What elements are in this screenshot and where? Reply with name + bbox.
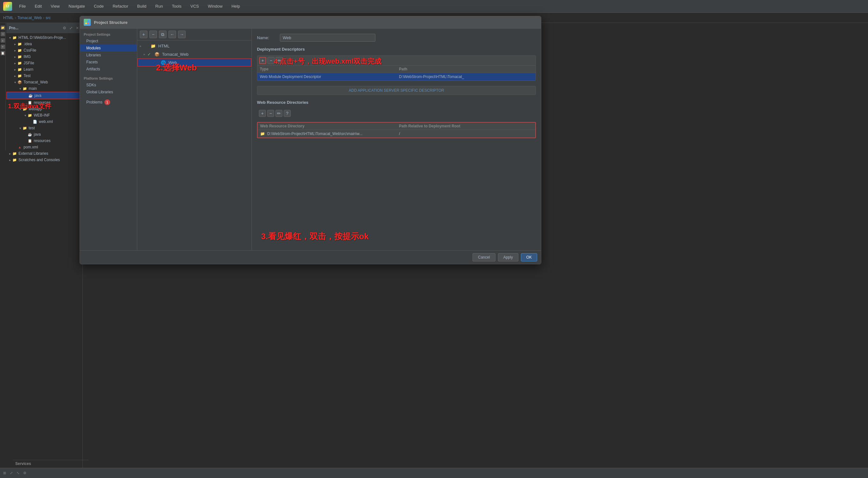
dialog-add-btn[interactable]: + bbox=[140, 31, 148, 38]
menu-edit[interactable]: Edit bbox=[33, 3, 43, 9]
java-folder-icon: ☕ bbox=[28, 93, 33, 98]
bottom-expand-btn[interactable]: ⤢ bbox=[10, 471, 13, 475]
wrd-table-row-0[interactable]: 📁 D:\WebStrom-Project\HTML\Tomacat_Web\s… bbox=[257, 130, 535, 138]
dialog-nav-modules[interactable]: Modules bbox=[80, 44, 137, 52]
tree-arrow-js: ▸ bbox=[13, 61, 17, 65]
edge-icon-1[interactable]: 📁 bbox=[1, 26, 5, 30]
wrd-help-btn[interactable]: ? bbox=[284, 110, 291, 117]
dialog-nav-libraries[interactable]: Libraries bbox=[80, 52, 137, 59]
tree-item-scratches[interactable]: ▸ 📁 Scratches and Consoles bbox=[6, 157, 83, 163]
menu-run[interactable]: Run bbox=[153, 3, 165, 9]
dialog-nav-facets[interactable]: Facets bbox=[80, 59, 137, 66]
bottom-settings-btn[interactable]: ⚙ bbox=[23, 471, 26, 475]
dialog-nav-sdks[interactable]: SDKs bbox=[80, 82, 137, 89]
menu-refactor[interactable]: Refactor bbox=[111, 3, 130, 9]
menu-help[interactable]: Help bbox=[229, 3, 242, 9]
dd-col-path: Path bbox=[396, 66, 535, 72]
tree-item-idea[interactable]: ▸ 📁 .idea bbox=[6, 41, 83, 47]
dtree-item-tomacat[interactable]: ▸ ✓ 📦 Tomacat_Web bbox=[137, 50, 252, 58]
tree-item-resources-test[interactable]: 📋 resources bbox=[6, 138, 83, 144]
tree-label-resources-test: resources bbox=[34, 139, 51, 143]
folder-icon-webinf: 📁 bbox=[27, 113, 32, 118]
bottom-collapse-btn[interactable]: ⤡ bbox=[17, 471, 20, 475]
dialog-back-btn[interactable]: ← bbox=[168, 31, 176, 38]
panel-expand-btn[interactable]: ⤢ bbox=[68, 26, 73, 31]
tree-item-main[interactable]: ▾ 📁 main bbox=[6, 85, 83, 92]
menu-file[interactable]: File bbox=[17, 3, 28, 9]
tree-item-resources-main[interactable]: 📋 resources bbox=[6, 99, 83, 106]
breadcrumb-html[interactable]: HTML bbox=[3, 16, 14, 20]
wrd-cell-dir-label: D:\WebStrom-Project\HTML\Tomacat_Web\src… bbox=[267, 131, 362, 136]
tree-item-jsfile[interactable]: ▸ 📁 JSFile bbox=[6, 60, 83, 66]
dialog-forward-btn[interactable]: → bbox=[178, 31, 186, 38]
dtree-item-html[interactable]: ▸ 📁 HTML bbox=[137, 42, 252, 50]
dialog-nav-artifacts[interactable]: Artifacts bbox=[80, 66, 137, 72]
tree-item-tomacat[interactable]: ▾ 📦 Tomacat_Web bbox=[6, 79, 83, 85]
dialog-copy-btn[interactable]: ⧉ bbox=[159, 31, 166, 38]
menu-vcs[interactable]: VCS bbox=[188, 3, 201, 9]
folder-icon-tomacat: 📦 bbox=[17, 80, 22, 85]
wrd-edit-btn[interactable]: ✏ bbox=[275, 110, 282, 117]
tree-item-test-root[interactable]: ▸ 📁 Test bbox=[6, 72, 83, 79]
tree-label-js: JSFile bbox=[24, 61, 34, 65]
content-name-label: Name: bbox=[257, 35, 276, 40]
dd-remove-btn[interactable]: − bbox=[268, 57, 275, 64]
menu-window[interactable]: Window bbox=[206, 3, 224, 9]
tree-item-webapp[interactable]: ▾ 📁 webapp bbox=[6, 106, 83, 112]
panel-collapse-btn[interactable]: ✕ bbox=[75, 26, 80, 31]
dtree-arrow-html: ▸ bbox=[140, 44, 144, 48]
svg-rect-2 bbox=[85, 23, 87, 24]
services-label[interactable]: Services bbox=[13, 460, 89, 467]
folder-icon-webapp: 📁 bbox=[22, 107, 27, 112]
menu-view[interactable]: View bbox=[49, 3, 61, 9]
tree-item-test[interactable]: ▾ 📁 test bbox=[6, 125, 83, 131]
tree-arrow-webinf: ▾ bbox=[23, 114, 27, 117]
dd-add-btn[interactable]: + bbox=[259, 57, 266, 64]
dd-table-toolbar: + − ✏ bbox=[257, 56, 535, 66]
edge-icon-2[interactable]: ⚙ bbox=[1, 32, 5, 36]
tree-item-learn[interactable]: ▸ 📁 Learn bbox=[6, 66, 83, 72]
tree-item-webxml[interactable]: 📄 web.xml bbox=[6, 118, 83, 125]
dialog-ok-btn[interactable]: OK bbox=[521, 253, 537, 262]
dialog-nav-global-libs[interactable]: Global Libraries bbox=[80, 89, 137, 95]
tree-item-java-test[interactable]: ☕ java bbox=[6, 131, 83, 138]
dialog-nav: Project Settings Project Modules Librari… bbox=[80, 29, 137, 250]
tree-item-java-main[interactable]: ☕ java bbox=[6, 92, 83, 99]
wrd-remove-btn[interactable]: − bbox=[267, 110, 274, 117]
tree-item-html[interactable]: ▾ 📁 HTML D:\WebStrom-Proje... bbox=[6, 34, 83, 41]
tree-item-pomxml[interactable]: ▲ pom.xml bbox=[6, 144, 83, 150]
edge-icon-3[interactable]: ▲ bbox=[1, 38, 5, 43]
wrd-col-dir: Web Resource Directory bbox=[257, 123, 396, 129]
panel-settings-btn[interactable]: ⚙ bbox=[62, 26, 67, 31]
edge-icon-4[interactable]: ▼ bbox=[1, 44, 5, 49]
dtree-icon-web: 🌐 bbox=[160, 59, 166, 66]
folder-icon-test: 📁 bbox=[22, 125, 27, 130]
wrd-table-header: Web Resource Directory Path Relative to … bbox=[257, 123, 535, 130]
folder-icon-html: 📁 bbox=[12, 35, 17, 40]
project-panel: Pro... ⚙ ⤢ ✕ ▾ 📁 HTML D:\WebStrom-Proje.… bbox=[6, 23, 83, 478]
dtree-arrow-tomacat: ▸ bbox=[144, 52, 148, 56]
dtree-item-web[interactable]: 🌐 Web bbox=[137, 58, 252, 66]
dialog-cancel-btn[interactable]: Cancel bbox=[472, 253, 495, 262]
breadcrumb-tomacat[interactable]: Tomacat_Web bbox=[18, 16, 42, 20]
menu-code[interactable]: Code bbox=[92, 3, 106, 9]
dialog-nav-problems[interactable]: Problems 1 bbox=[80, 98, 137, 107]
content-name-input[interactable] bbox=[280, 34, 375, 42]
dialog-nav-project[interactable]: Project bbox=[80, 37, 137, 44]
tree-item-ext-libs[interactable]: ▸ 📁 External Libraries bbox=[6, 150, 83, 157]
tree-item-img[interactable]: ▸ 📁 IMG bbox=[6, 54, 83, 60]
dialog-apply-btn[interactable]: Apply bbox=[498, 253, 518, 262]
wrd-add-btn[interactable]: + bbox=[259, 110, 266, 117]
dd-table-row-0[interactable]: Web Module Deployment Descriptor D:\WebS… bbox=[257, 73, 535, 81]
tree-item-webinf[interactable]: ▾ 📁 WEB-INF bbox=[6, 112, 83, 118]
dialog-remove-btn[interactable]: − bbox=[149, 31, 157, 38]
dd-edit-btn[interactable]: ✏ bbox=[276, 57, 283, 64]
bottom-terminal-btn[interactable]: ⊞ bbox=[3, 471, 6, 475]
add-descriptor-btn[interactable]: ADD APPLICATION SERVER SPECIFIC DESCRIPT… bbox=[257, 86, 536, 95]
breadcrumb-src[interactable]: src bbox=[45, 16, 51, 20]
tree-arrow-idea: ▸ bbox=[13, 42, 17, 46]
menu-build[interactable]: Build bbox=[135, 3, 148, 9]
menu-navigate[interactable]: Navigate bbox=[66, 3, 87, 9]
tree-item-cssfile[interactable]: ▸ 📁 CssFile bbox=[6, 47, 83, 54]
menu-tools[interactable]: Tools bbox=[170, 3, 183, 9]
